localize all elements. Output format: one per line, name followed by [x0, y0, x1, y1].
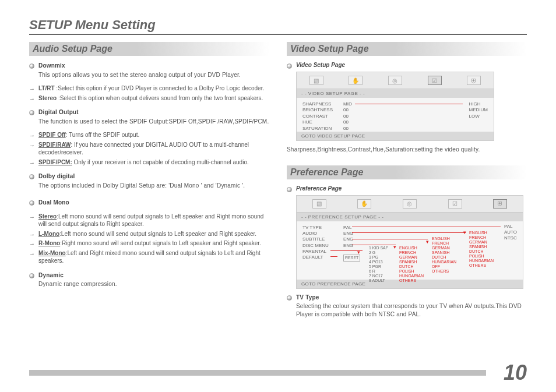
video-osd-header: - - VIDEO SETUP PAGE - -: [297, 89, 494, 98]
osd-tab-icon: ▧: [312, 199, 326, 209]
video-subheading: Video Setup Page: [287, 62, 527, 68]
osd-tabs: ▧ ✋ ◎ ☑ ⛨: [297, 72, 494, 89]
osd-tab-icon: ▧: [309, 76, 323, 85]
osd-tab-icon: ✋: [349, 76, 363, 85]
digital-s1: →SPDIF Off: Turns off the SPDIF output.: [29, 131, 269, 139]
dualmono-s4: →Mix-Mono:Left and Right mixed mono soun…: [29, 249, 269, 265]
dualmono-s1: →Stereo:Left mono sound will send output…: [29, 213, 269, 228]
dualmono-title: Dual Mono: [38, 199, 269, 207]
osd-row: TV TYPEPAL: [302, 225, 517, 231]
osd-row: BRIGHTNESS00: [302, 107, 488, 113]
osd-row: SHARPNESSMID: [302, 101, 488, 107]
dolby-body: The options included in Dolby Digital Se…: [38, 182, 245, 189]
item-dynamic: Dynamic Dynamic range compression.: [29, 271, 269, 288]
dolby-title: Dolby digital: [38, 172, 269, 181]
downmix-s1: →LT/RT :Select this option if your DVD P…: [29, 84, 269, 93]
footer: 10: [29, 364, 527, 382]
video-heading: Video Setup Page: [287, 42, 527, 56]
osd-tab-icon: ✋: [357, 199, 371, 209]
video-osd: ▧ ✋ ◎ ☑ ⛨ - - VIDEO SETUP PAGE - - SHARP…: [296, 72, 494, 141]
lang-list-2: ENGLISH FRENCH GERMAN SPANISH DUTCH HUNG…: [432, 236, 456, 274]
item-digital: Digital Output The function is used to s…: [29, 108, 269, 125]
dynamic-title: Dynamic: [38, 271, 269, 280]
pref-osd-header: - - PREFERENCE SETUP PAGE - -: [297, 213, 523, 221]
digital-body: The function is used to select the SPDIF…: [38, 118, 269, 125]
pref-heading: Preference Page: [287, 165, 527, 179]
right-column: Video Setup Page Video Setup Page ▧ ✋ ◎ …: [287, 42, 527, 324]
tvtype-body: Selecting the colour system that corresp…: [296, 303, 522, 317]
dualmono-s3: →R-Mono:Right mono sound will send outpu…: [29, 239, 269, 248]
osd-tab-icon-active: ☑: [428, 76, 442, 85]
video-osd-footer: GOTO VIDEO SETUP PAGE: [297, 132, 494, 140]
osd-tab-icon: ☑: [448, 199, 462, 209]
osd-row: HUE00: [302, 119, 488, 125]
page-number: 10: [504, 361, 527, 385]
item-downmix: Downmix This options allows you to set t…: [29, 62, 269, 79]
parental-list: 1 KID SAF 2 G 3 PG 4 PG13 5 PGR 6 R 7 NC…: [369, 246, 388, 283]
audio-heading: Audio Setup Page: [29, 42, 269, 56]
digital-s3: →SPDIF/PCM: Only if your receiver is not…: [29, 158, 269, 167]
downmix-body: This options allows you to set the stere…: [38, 72, 241, 78]
osd-tab-icon: ⛨: [467, 76, 481, 85]
osd-tabs: ▧ ✋ ◎ ☑ ⛨: [297, 196, 523, 213]
pref-osd: ▧ ✋ ◎ ☑ ⛨ - - PREFERENCE SETUP PAGE - - …: [296, 195, 523, 289]
osd-tab-icon: ◎: [403, 199, 417, 209]
tv-type-options: PAL AUTO NTSC: [504, 224, 517, 242]
page-title: SETUP Menu Setting: [29, 17, 527, 35]
osd-row: SATURATION00: [302, 126, 488, 132]
lang-list-1: ENGLISH FRENCH GERMAN SPANISH DUTCH POLI…: [399, 246, 424, 283]
downmix-title: Downmix: [38, 62, 269, 70]
digital-title: Digital Output: [38, 108, 269, 116]
left-column: Audio Setup Page Downmix This options al…: [29, 42, 269, 324]
item-tvtype: TV Type Selecting the colour system that…: [287, 294, 527, 319]
tvtype-title: TV Type: [296, 294, 527, 302]
video-body: Sharpness,Brightness,Contrast,Hue,Satura…: [287, 146, 527, 154]
item-dualmono: Dual Mono: [29, 199, 269, 207]
osd-row: CONTRAST00: [302, 114, 488, 119]
item-dolby: Dolby digital The options included in Do…: [29, 172, 269, 189]
osd-tab-icon-active: ⛨: [493, 199, 507, 209]
dynamic-body: Dynamic range compression.: [38, 281, 117, 287]
pref-subheading: Preference Page: [287, 185, 527, 192]
footer-bar: [29, 370, 486, 376]
osd-tab-icon: ◎: [388, 76, 402, 85]
video-osd-options: HIGH MEDIUM LOW: [469, 101, 488, 119]
lang-list-3: ENGLISH FRENCH GERMAN SPANISH DUTCH POLI…: [469, 231, 494, 268]
dualmono-s2: →L-Mono:Left mono sound will send output…: [29, 230, 269, 238]
downmix-s2: →Stereo :Select this option when output …: [29, 94, 269, 103]
digital-s2: →SPDIF/RAW: If you have connected your D…: [29, 141, 269, 157]
